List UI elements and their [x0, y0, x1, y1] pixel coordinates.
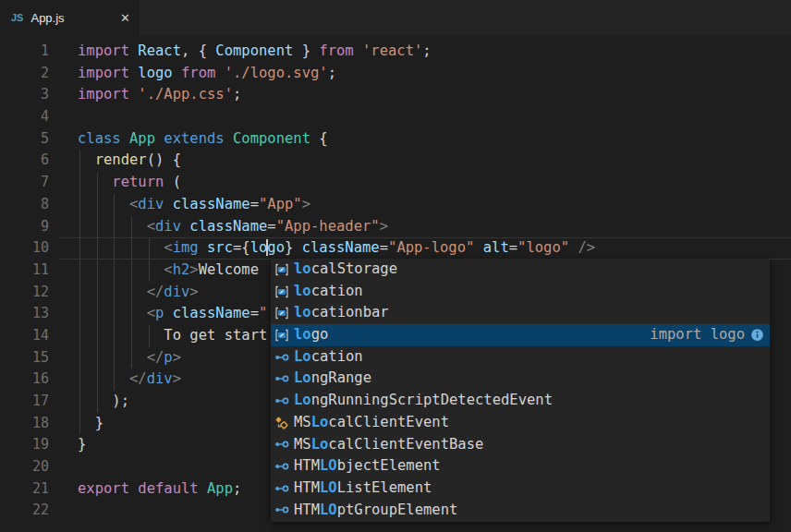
- field-icon: [274, 393, 291, 408]
- code-text: export default App;: [78, 478, 241, 501]
- code-text: import React, { Component } from 'react'…: [78, 41, 432, 63]
- line-number: 6: [0, 150, 49, 172]
- code-text: To get start: [78, 325, 267, 347]
- suggest-item[interactable]: location: [271, 281, 770, 303]
- suggest-item-detail: import logo: [650, 324, 764, 346]
- line-number: 10: [0, 237, 49, 260]
- field-icon: [274, 481, 291, 496]
- text-cursor: [266, 239, 268, 256]
- line-number: 11: [0, 260, 49, 282]
- info-icon[interactable]: [750, 328, 764, 342]
- line-number: 14: [0, 325, 49, 347]
- code-line[interactable]: 4: [0, 106, 791, 128]
- code-text: <p className=": [78, 303, 267, 325]
- suggest-item-label: HTMLObjectElement: [294, 455, 441, 478]
- field-icon: [274, 350, 291, 365]
- line-number: 12: [0, 282, 49, 304]
- line-number: 21: [0, 478, 49, 501]
- suggest-item[interactable]: LongRunningScriptDetectedEvent: [271, 390, 770, 412]
- variable-icon: [274, 306, 291, 320]
- suggest-item[interactable]: HTMLOptGroupElement: [271, 500, 770, 522]
- code-line[interactable]: 2import logo from './logo.svg';: [0, 63, 791, 85]
- line-number: 2: [0, 63, 49, 85]
- tab-appjs[interactable]: JS App.js ✕: [0, 0, 140, 35]
- suggest-item-label: MSLocalClientEvent: [294, 412, 449, 434]
- code-text: }: [78, 413, 103, 435]
- code-line[interactable]: 8 <div className="App">: [0, 194, 791, 216]
- code-text: <div className="App">: [78, 194, 310, 216]
- suggest-item[interactable]: logoimport logo: [271, 324, 770, 346]
- line-number: 4: [0, 106, 49, 128]
- code-text: <div className="App-header">: [78, 216, 388, 238]
- tab-bar: JS App.js ✕: [0, 0, 791, 35]
- suggest-item[interactable]: HTMLOListElement: [271, 478, 770, 500]
- suggest-item[interactable]: HTMLObjectElement: [271, 455, 770, 478]
- field-icon: [274, 437, 291, 452]
- line-number: 8: [0, 194, 49, 216]
- code-line[interactable]: 1import React, { Component } from 'react…: [0, 41, 791, 63]
- code-text: }: [78, 434, 86, 456]
- suggest-item-label: locationbar: [294, 302, 389, 324]
- line-number: 5: [0, 128, 49, 151]
- code-text: );: [78, 391, 129, 413]
- variable-icon: [274, 328, 291, 343]
- line-number: 18: [0, 413, 49, 435]
- autocomplete-popup: localStoragelocationlocationbarlogoimpor…: [271, 259, 770, 522]
- variable-icon: [274, 262, 291, 277]
- line-number: 1: [0, 41, 49, 63]
- line-number: 9: [0, 216, 49, 238]
- variable-icon: [274, 284, 291, 299]
- javascript-file-icon: JS: [11, 12, 23, 23]
- code-text: </p>: [78, 347, 181, 369]
- suggest-item-label: MSLocalClientEventBase: [294, 434, 483, 456]
- close-icon[interactable]: ✕: [120, 12, 130, 24]
- code-text: return (: [78, 172, 181, 194]
- code-text: <h2>Welcome: [78, 260, 267, 282]
- line-number: 15: [0, 347, 49, 369]
- line-number: 20: [0, 456, 49, 478]
- line-number: 16: [0, 369, 49, 391]
- code-line[interactable]: 9 <div className="App-header">: [0, 216, 791, 238]
- code-line[interactable]: 6 render() {: [0, 150, 791, 172]
- code-line[interactable]: 5class App extends Component {: [0, 128, 791, 151]
- code-text: </div>: [78, 369, 181, 391]
- code-text: render() {: [78, 150, 181, 172]
- code-text: import logo from './logo.svg';: [78, 63, 336, 85]
- code-line[interactable]: 7 return (: [0, 172, 791, 194]
- code-text: import './App.css';: [78, 84, 241, 106]
- suggest-item[interactable]: MSLocalClientEvent: [271, 412, 770, 434]
- suggest-item-label: logo: [294, 324, 328, 346]
- code-line[interactable]: 3import './App.css';: [0, 84, 791, 106]
- suggest-item[interactable]: MSLocalClientEventBase: [271, 434, 770, 456]
- line-number: 17: [0, 391, 49, 413]
- field-icon: [274, 459, 291, 474]
- line-number: 19: [0, 434, 49, 456]
- suggest-item-label: localStorage: [294, 259, 397, 281]
- suggest-item-label: LongRange: [294, 368, 371, 390]
- suggest-item[interactable]: Location: [271, 346, 770, 369]
- suggest-list: localStoragelocationlocationbarlogoimpor…: [271, 259, 770, 521]
- code-text: class App extends Component {: [78, 128, 328, 151]
- suggest-item-label: HTMLOListElement: [294, 478, 432, 500]
- suggest-item-label: location: [294, 281, 363, 303]
- field-icon: [274, 502, 291, 517]
- tab-title: App.js: [30, 11, 64, 25]
- suggest-item-label: LongRunningScriptDetectedEvent: [294, 390, 553, 412]
- suggest-item-label: HTMLOptGroupElement: [294, 500, 457, 522]
- code-text: <img src={logo} className="App-logo" alt…: [78, 237, 595, 260]
- suggest-item[interactable]: LongRange: [271, 368, 770, 390]
- line-number: 3: [0, 84, 49, 106]
- field-icon: [274, 371, 291, 386]
- suggest-item[interactable]: locationbar: [271, 302, 770, 324]
- suggest-item-label: Location: [294, 346, 363, 369]
- line-number: 22: [0, 500, 49, 522]
- code-text: </div>: [78, 282, 199, 304]
- suggest-item[interactable]: localStorage: [271, 259, 770, 281]
- line-number: 7: [0, 172, 49, 194]
- class-icon: [274, 416, 291, 430]
- line-number: 13: [0, 303, 49, 325]
- code-line[interactable]: 10 <img src={logo} className="App-logo" …: [0, 237, 791, 260]
